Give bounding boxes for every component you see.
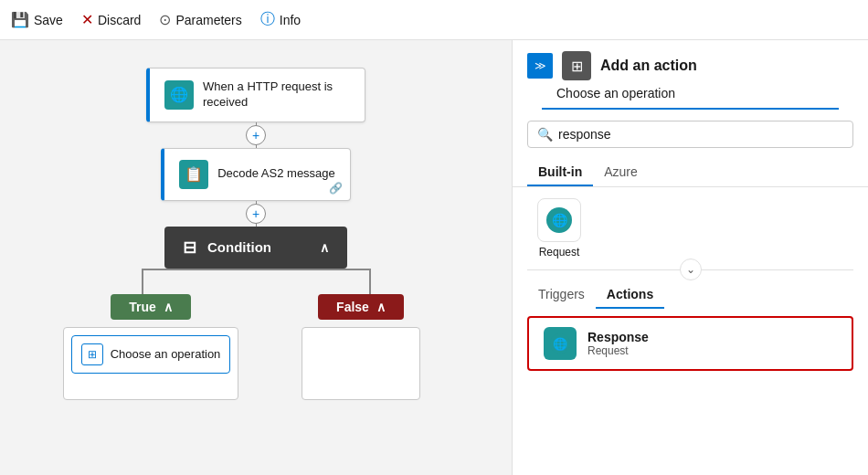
http-node[interactable]: 🌐 When a HTTP request is received (146, 68, 365, 122)
http-node-label: When a HTTP request is received (203, 79, 350, 111)
panel-header: ≫ ⊞ Add an action (513, 40, 868, 80)
tab-builtin[interactable]: Built-in (527, 159, 593, 186)
parameters-button[interactable]: ⊙ Parameters (159, 11, 241, 28)
toolbar: 💾 Save ✕ Discard ⊙ Parameters ⓘ Info (0, 0, 868, 40)
choose-op-icon: ⊞ (81, 343, 103, 365)
connectors-section: 🌐 Request (513, 187, 868, 269)
choose-op-label: Choose an operation (111, 347, 221, 361)
condition-icon: ⊟ (183, 238, 196, 258)
condition-chevron-icon: ∧ (320, 240, 329, 255)
condition-label: Condition (207, 239, 271, 255)
branch-line-right (369, 269, 371, 294)
true-branch-content: ⊞ Choose an operation (63, 327, 239, 400)
link-icon: 🔗 (329, 182, 343, 195)
panel-title: Add an action (600, 58, 697, 74)
tab-azure[interactable]: Azure (593, 159, 649, 186)
response-action-icon: 🌐 (544, 327, 577, 360)
false-branch: False ∧ (256, 269, 466, 400)
response-action-item[interactable]: 🌐 Response Request (527, 316, 853, 371)
true-chevron-icon: ∧ (164, 300, 173, 314)
response-action-sub: Request (587, 344, 649, 357)
right-panel: ≫ ⊞ Add an action Choose an operation 🔍 … (512, 40, 868, 475)
false-branch-content (302, 327, 420, 400)
discard-button[interactable]: ✕ Discard (81, 11, 141, 28)
tab-triggers[interactable]: Triggers (527, 281, 596, 309)
branch-line-left (142, 269, 143, 294)
true-label[interactable]: True ∧ (111, 294, 191, 320)
panel-divider-button[interactable]: ⌄ (680, 259, 702, 280)
panel-expand-button[interactable]: ≫ (527, 53, 553, 79)
add-between-2[interactable]: + (246, 204, 266, 224)
flow-diagram: 🌐 When a HTTP request is received + 📋 De… (18, 68, 493, 457)
save-button[interactable]: 💾 Save (11, 11, 63, 28)
response-action-text: Response Request (587, 330, 649, 357)
tab-actions[interactable]: Actions (596, 281, 664, 309)
svg-text:🌐: 🌐 (553, 336, 568, 352)
main-content: 🌐 When a HTTP request is received + 📋 De… (0, 40, 868, 475)
save-icon: 💾 (11, 11, 29, 28)
choose-operation-button[interactable]: ⊞ Choose an operation (71, 335, 231, 374)
connector-1: + (256, 122, 257, 148)
canvas: 🌐 When a HTTP request is received + 📋 De… (0, 40, 512, 475)
request-label: Request (539, 246, 580, 259)
search-bar: 🔍 (527, 121, 853, 148)
discard-icon: ✕ (81, 11, 93, 28)
condition-node[interactable]: ⊟ Condition ∧ (164, 227, 347, 269)
parameters-icon: ⊙ (159, 11, 171, 28)
decode-node-label: Decode AS2 message (217, 166, 335, 182)
false-chevron-icon: ∧ (376, 300, 386, 314)
branch-line-top (142, 269, 370, 270)
info-button[interactable]: ⓘ Info (260, 10, 301, 29)
filter-tabs: Built-in Azure (513, 159, 868, 187)
decode-node[interactable]: 📋 Decode AS2 message 🔗 (161, 148, 351, 201)
connector-2: + (256, 201, 257, 227)
decode-icon: 📋 (179, 160, 208, 189)
svg-text:🌐: 🌐 (552, 213, 568, 228)
response-action-name: Response (587, 330, 649, 344)
false-label[interactable]: False ∧ (318, 294, 404, 320)
panel-subtitle: Choose an operation (542, 80, 839, 110)
branch-container: True ∧ ⊞ Choose an operation False ∧ (46, 269, 466, 400)
panel-divider: ⌄ (527, 269, 853, 270)
request-connector[interactable]: 🌐 Request (527, 198, 591, 259)
request-connector-icon: 🌐 (537, 198, 581, 242)
info-icon: ⓘ (260, 10, 275, 29)
panel-header-icon: ⊞ (562, 51, 591, 80)
http-icon: 🌐 (164, 80, 194, 110)
true-branch: True ∧ ⊞ Choose an operation (46, 269, 256, 400)
search-input[interactable] (558, 127, 843, 142)
search-icon: 🔍 (537, 127, 553, 142)
add-between-1[interactable]: + (246, 125, 266, 145)
